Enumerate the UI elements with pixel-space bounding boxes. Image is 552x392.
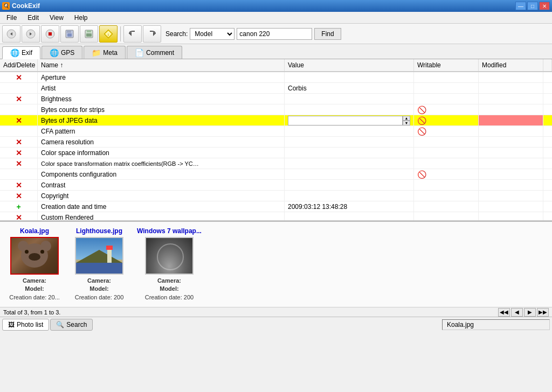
maximize-button[interactable]: □ bbox=[527, 2, 538, 10]
col-header-name[interactable]: Name ↑ bbox=[38, 59, 285, 71]
tab-search[interactable]: 🔍 Search bbox=[50, 319, 93, 331]
delete-icon: ✕ bbox=[16, 73, 22, 82]
tag-button[interactable]: i bbox=[99, 25, 118, 43]
modified-brightness bbox=[479, 94, 543, 104]
photo-item-win7[interactable]: Windows 7 wallpap... Camera: Model: Crea… bbox=[137, 227, 202, 302]
menu-help[interactable]: Help bbox=[70, 13, 92, 23]
modified-aperture bbox=[479, 72, 543, 82]
photo-name-koala: Koala.jpg bbox=[20, 227, 49, 235]
tab-gps[interactable]: 🌐 GPS bbox=[42, 46, 82, 59]
photo-thumb-lighthouse[interactable] bbox=[75, 237, 123, 275]
adddel-camres[interactable]: ✕ bbox=[0, 137, 38, 147]
main-table-area: Add/Delete Name ↑ Value Writable Modifie… bbox=[0, 59, 552, 221]
stop-button[interactable] bbox=[41, 25, 59, 43]
value-compconfig bbox=[285, 169, 414, 179]
adddel-brightness[interactable]: ✕ bbox=[0, 94, 38, 104]
table-row: CFA pattern 🚫 bbox=[0, 126, 552, 137]
photo-name-win7: Windows 7 wallpap... bbox=[137, 227, 202, 235]
search-input[interactable] bbox=[237, 28, 312, 40]
adddel-cfa bbox=[0, 126, 38, 136]
writable-aperture bbox=[414, 72, 479, 82]
tab-photo-list[interactable]: 🖼 Photo list bbox=[2, 319, 49, 331]
nav-first-button[interactable]: ◀◀ bbox=[498, 308, 510, 317]
table-row: + Creation date and time 2009:03:12 13:4… bbox=[0, 201, 552, 212]
adddel-aperture[interactable]: ✕ bbox=[0, 72, 38, 82]
no-write-icon: 🚫 bbox=[417, 116, 426, 125]
writable-copyright bbox=[414, 191, 479, 201]
minimize-button[interactable]: — bbox=[515, 2, 526, 10]
close-button[interactable]: ✕ bbox=[539, 2, 550, 10]
value-input-bytesjpeg[interactable] bbox=[288, 116, 403, 125]
photo-area: Koala.jpg Camera: Model: Creation date: … bbox=[0, 222, 552, 307]
spin-up[interactable]: ▲ bbox=[403, 116, 410, 121]
adddel-bytesjpeg[interactable]: ✕ bbox=[0, 115, 38, 125]
writable-colorspace bbox=[414, 148, 479, 158]
modified-cfa bbox=[479, 126, 543, 136]
nav-last-button[interactable]: ▶▶ bbox=[537, 308, 549, 317]
value-bytesjpeg[interactable]: ▲ ▼ bbox=[285, 115, 414, 125]
spin-down[interactable]: ▼ bbox=[403, 121, 410, 125]
menu-bar: File Edit View Help bbox=[0, 12, 552, 24]
name-contrast: Contrast bbox=[38, 180, 285, 190]
table-body: ✕ Aperture Artist Corbis ✕ Brightness By… bbox=[0, 72, 552, 220]
svg-text:i: i bbox=[108, 32, 109, 37]
nav-prev-button[interactable]: ◀ bbox=[511, 308, 523, 317]
table-row: ✕ Brightness bbox=[0, 94, 552, 104]
col-header-adddel: Add/Delete bbox=[0, 59, 38, 71]
photo-thumb-koala[interactable] bbox=[10, 237, 59, 275]
bottom-tabs: 🖼 Photo list 🔍 Search bbox=[2, 319, 93, 331]
tab-meta[interactable]: 📁 Meta bbox=[84, 46, 126, 59]
disk-button[interactable] bbox=[80, 25, 98, 43]
search-label: Search: bbox=[165, 30, 188, 38]
svg-rect-11 bbox=[86, 33, 92, 37]
delete-icon: ✕ bbox=[16, 181, 22, 190]
photo-item-lighthouse[interactable]: Lighthouse.jpg Camera: Model: Creation d… bbox=[72, 227, 126, 302]
nav-next-button[interactable]: ▶ bbox=[524, 308, 536, 317]
menu-view[interactable]: View bbox=[45, 13, 68, 23]
modified-bytescounts bbox=[479, 104, 543, 115]
svg-rect-5 bbox=[49, 32, 52, 36]
forward-button[interactable] bbox=[22, 25, 40, 43]
redo-button[interactable] bbox=[143, 25, 161, 43]
undo-button[interactable] bbox=[123, 25, 142, 43]
photo-item-koala[interactable]: Koala.jpg Camera: Model: Creation date: … bbox=[8, 227, 61, 302]
tab-exif[interactable]: 🌐 Exif bbox=[2, 46, 40, 59]
no-write-icon: 🚫 bbox=[417, 170, 426, 179]
adddel-creation[interactable]: + bbox=[0, 201, 38, 212]
adddel-contrast[interactable]: ✕ bbox=[0, 180, 38, 190]
modified-custom bbox=[479, 212, 543, 220]
modified-compconfig bbox=[479, 169, 543, 179]
adddel-colortrans[interactable]: ✕ bbox=[0, 158, 38, 169]
save-button[interactable] bbox=[60, 25, 79, 43]
search-area: Search: Model Artist Comment Date Find bbox=[165, 28, 341, 40]
writable-artist bbox=[414, 83, 479, 93]
menu-file[interactable]: File bbox=[2, 13, 21, 23]
table-row: Components configuration 🚫 bbox=[0, 169, 552, 180]
menu-edit[interactable]: Edit bbox=[23, 13, 43, 23]
photo-info-win7: Camera: Model: Creation date: 200 bbox=[145, 277, 194, 302]
adddel-colorspace[interactable]: ✕ bbox=[0, 148, 38, 158]
adddel-copyright[interactable]: ✕ bbox=[0, 191, 38, 201]
delete-icon: ✕ bbox=[16, 116, 22, 125]
value-custom bbox=[285, 212, 414, 220]
value-contrast bbox=[285, 180, 414, 190]
add-icon: + bbox=[16, 202, 20, 211]
no-write-icon: 🚫 bbox=[417, 106, 426, 114]
table-row: ✕ Color space information bbox=[0, 148, 552, 158]
search-type-select[interactable]: Model Artist Comment Date bbox=[190, 28, 234, 40]
adddel-custom[interactable]: ✕ bbox=[0, 212, 38, 220]
name-artist: Artist bbox=[38, 83, 285, 93]
value-brightness bbox=[285, 94, 414, 104]
svg-rect-10 bbox=[87, 30, 91, 32]
name-colorspace: Color space information bbox=[38, 148, 285, 158]
table-header: Add/Delete Name ↑ Value Writable Modifie… bbox=[0, 59, 552, 72]
modified-colorspace bbox=[479, 148, 543, 158]
find-button[interactable]: Find bbox=[314, 28, 341, 40]
value-artist: Corbis bbox=[285, 83, 414, 93]
photo-thumb-win7[interactable] bbox=[145, 237, 194, 275]
adddel-artist bbox=[0, 83, 38, 93]
tab-comment[interactable]: 📄 Comment bbox=[127, 46, 182, 59]
back-button[interactable] bbox=[2, 25, 20, 43]
modified-creation bbox=[479, 201, 543, 212]
svg-rect-8 bbox=[67, 33, 72, 37]
